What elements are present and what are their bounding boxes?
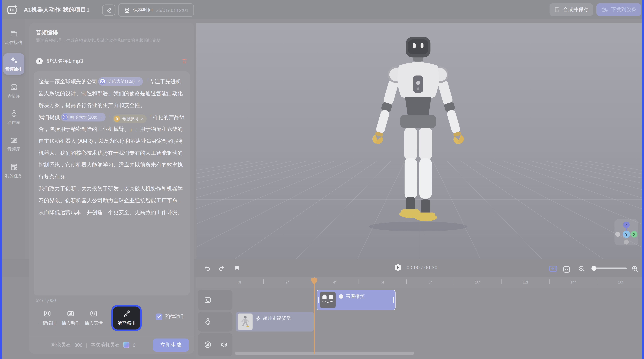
redo-icon[interactable]	[218, 265, 225, 272]
ruler-label: 0f	[238, 280, 241, 284]
play-button[interactable]	[394, 264, 402, 271]
speaker-icon[interactable]	[220, 341, 228, 349]
footer-separator: |	[86, 342, 87, 348]
remain-stones-label: 剩余灵石	[51, 341, 71, 348]
insert-expression-button[interactable]: 插入表情	[82, 309, 105, 326]
script-text: 这是一家全球领先的公司	[38, 78, 97, 84]
app-window: A1机器人动作-我的项目1 保存时间 26/01/03 12:01 合成并保存 …	[0, 0, 644, 359]
time-display: 00:00 / 00:30	[406, 265, 438, 270]
expression-tag[interactable]: 哈哈大笑(10s)×	[98, 77, 143, 85]
undo-icon[interactable]	[204, 265, 211, 272]
robot-model	[356, 37, 480, 234]
zoom-in-icon[interactable]	[631, 265, 639, 272]
broom-icon	[122, 310, 130, 318]
robot-face-icon	[90, 309, 98, 318]
person-icon[interactable]	[204, 318, 212, 326]
ruler-tick	[406, 280, 407, 284]
ruler-tick	[263, 280, 264, 284]
synthesize-save-label: 合成并保存	[563, 6, 588, 13]
viewport-3d[interactable]: Z X Y	[196, 23, 642, 259]
timeline-zoom-slider[interactable]	[592, 268, 627, 269]
ruler-label: 14f	[570, 280, 576, 284]
clapper-icon	[10, 29, 18, 38]
floppy-icon	[554, 6, 560, 13]
gem-icon	[123, 342, 130, 348]
action-label: 清空编排	[118, 320, 136, 326]
axis-gizmo[interactable]: Z X Y	[614, 219, 638, 245]
star-person-icon	[114, 116, 120, 122]
ruler-tick	[454, 280, 454, 284]
sidebar-item-audio-arrange[interactable]: 音频编排	[3, 53, 24, 75]
ruler-label: 2f	[286, 280, 289, 284]
deploy-to-device-button[interactable]: 下发到设备	[596, 3, 641, 16]
highlight-ring: 清空编排	[111, 305, 142, 331]
clip-label: 害羞微笑	[346, 293, 365, 300]
timeline-ruler[interactable]: 0f2f4f6f8f10f12f14f16f	[196, 277, 642, 288]
generate-now-button[interactable]: 立即生成	[153, 339, 189, 352]
trash-icon[interactable]	[234, 265, 241, 272]
rhythm-checkbox[interactable]	[156, 313, 162, 320]
sidebar-item-label: 音频编排	[5, 66, 22, 72]
cost-stones-label: 本次消耗灵石	[90, 341, 120, 348]
ai-box-icon	[43, 309, 51, 318]
audio-box-icon	[66, 309, 75, 318]
zoom-out-icon[interactable]	[578, 265, 585, 272]
timeline-scrollbar[interactable]	[235, 352, 414, 355]
sparkle-icon	[10, 56, 18, 64]
fit-width-icon[interactable]	[563, 265, 570, 273]
tag-label: 弯腰(5s)	[122, 113, 138, 125]
shy-face-thumbnail	[320, 292, 336, 308]
svg-text:Z: Z	[625, 223, 628, 227]
walk-pose-thumbnail	[238, 314, 252, 330]
ruler-label: 6f	[381, 280, 384, 284]
panel-subtitle: 通过音频处理，生成音频素材以及融合动作和表情的音频编排素材	[36, 38, 161, 43]
save-time-label: 保存时间	[133, 6, 153, 13]
sidebar-item-label: 表情库	[7, 93, 20, 99]
action-tag[interactable]: 弯腰(5s)×	[113, 114, 147, 123]
play-circle-icon[interactable]	[36, 57, 43, 65]
project-title: A1机器人动作-我的项目1	[24, 6, 90, 13]
sidebar-item-motion-mimic[interactable]: 动作模仿	[3, 27, 24, 48]
sidebar-item-label: 音频库	[7, 147, 20, 152]
deploy-label: 下发到设备	[611, 6, 636, 13]
sidebar-item-label: 我的任务	[5, 173, 22, 179]
action-label: 插入动作	[62, 320, 80, 326]
music-circle-icon[interactable]	[204, 341, 212, 349]
clip-expression[interactable]: 害羞微笑	[317, 290, 396, 310]
char-count: 52 / 1,000	[36, 298, 56, 303]
rename-button[interactable]	[102, 4, 116, 15]
rhythm-motion-toggle[interactable]: 韵律动作	[156, 313, 185, 320]
expression-tag[interactable]: 哈哈大笑(10s)×	[61, 113, 106, 121]
tag-label: 哈哈大笑(10s)	[108, 75, 135, 87]
clear-arrange-button[interactable]: 清空编排	[113, 307, 140, 329]
slider-knob[interactable]	[592, 266, 596, 271]
panel-footer: 剩余灵石 300 | 本次消耗灵石 0 立即生成	[29, 336, 194, 354]
remove-tag-icon[interactable]: ×	[141, 113, 144, 125]
insert-motion-button[interactable]: 插入动作	[59, 309, 82, 326]
robot-face-icon[interactable]	[204, 296, 212, 304]
range-bracket: 」	[108, 90, 113, 96]
synthesize-save-button[interactable]: 合成并保存	[550, 3, 593, 16]
playhead-line[interactable]	[314, 277, 315, 354]
delete-audio-icon[interactable]	[181, 58, 188, 64]
ruler-tick	[549, 280, 550, 284]
sidebar-item-my-tasks[interactable]: 我的任务	[3, 160, 24, 181]
fit-range-icon[interactable]	[549, 265, 556, 273]
script-editor[interactable]: 这是一家全球领先的公司哈哈大笑(10s)×「专注于先进机器人系统的设计、制造和部…	[34, 71, 190, 295]
sidebar-item-expression-lib[interactable]: 表情库	[3, 80, 24, 101]
sidebar-item-label: 动作库	[7, 120, 20, 126]
one-key-arrange-button[interactable]: 一键编排	[36, 309, 59, 326]
remove-tag-icon[interactable]: ×	[100, 111, 103, 123]
clip-motion[interactable]: 超帅走路姿势	[236, 312, 314, 332]
ruler-label: 12f	[523, 280, 528, 284]
sidebar-item-audio-lib[interactable]: 音频库	[3, 133, 24, 155]
sidebar-item-motion-lib[interactable]: 动作库	[3, 107, 24, 128]
ruler-tick	[358, 280, 359, 284]
action-label: 插入表情	[84, 320, 103, 326]
playhead-marker[interactable]	[311, 278, 318, 286]
audio-file-row: 默认名称1.mp3	[36, 57, 188, 66]
timeline-tracks: 害羞微笑 超帅走路姿势	[196, 288, 642, 359]
remove-tag-icon[interactable]: ×	[138, 75, 140, 87]
robot-face-icon	[62, 114, 68, 120]
generate-label: 立即生成	[160, 341, 182, 349]
